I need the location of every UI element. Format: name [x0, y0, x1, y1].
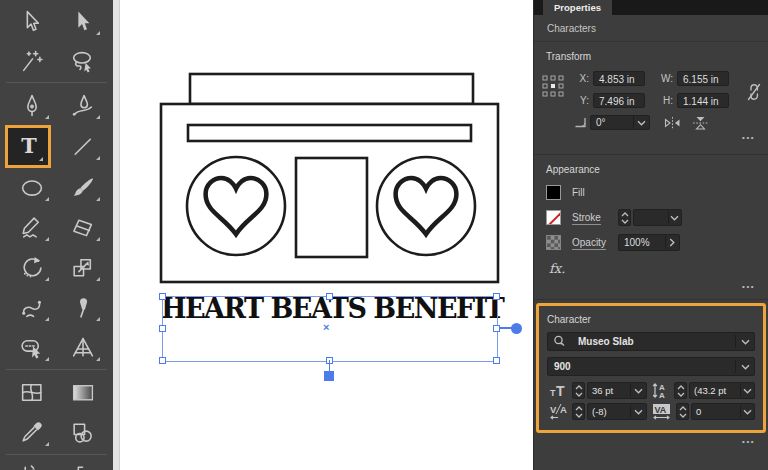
rotation-dropdown[interactable]: 0°	[590, 115, 650, 130]
direct-selection-tool[interactable]	[59, 3, 105, 39]
w-input[interactable]: 6.155 in	[677, 71, 729, 86]
chevron-down-icon[interactable]	[741, 384, 754, 397]
x-input[interactable]: 4.853 in	[593, 71, 645, 86]
magic-wand-tool[interactable]	[8, 43, 54, 79]
tracking-value[interactable]: 0	[692, 406, 740, 417]
selection-handle-mid-right[interactable]	[493, 325, 500, 332]
column-graph-tool[interactable]	[59, 457, 105, 470]
boombox-right-speaker[interactable]	[377, 157, 475, 255]
leading-stepper[interactable]	[674, 382, 687, 399]
kerning-stepper[interactable]	[572, 403, 585, 420]
fill-label: Fill	[572, 187, 618, 198]
width-tool[interactable]	[8, 289, 54, 325]
svg-text:T: T	[21, 134, 37, 158]
reference-point-icon[interactable]	[542, 75, 564, 97]
puppet-warp-tool[interactable]	[59, 289, 105, 325]
appearance-more-options[interactable]: •••	[546, 276, 756, 293]
font-family-value[interactable]: Museo Slab	[572, 336, 735, 347]
constrain-proportions-unlinked-icon[interactable]	[746, 82, 762, 102]
selection-handle-top-center[interactable]	[326, 293, 333, 300]
perspective-grid-icon	[70, 335, 95, 360]
font-size-dropdown[interactable]: 36 pt	[587, 382, 647, 399]
tracking-stepper[interactable]	[676, 403, 689, 420]
tab-properties[interactable]: Properties	[543, 0, 612, 15]
flip-vertical-button[interactable]	[693, 116, 708, 130]
boombox-handle[interactable]	[190, 74, 473, 104]
scale-tool[interactable]	[59, 249, 105, 285]
chevron-down-icon[interactable]	[631, 405, 646, 418]
chevron-down-icon[interactable]	[736, 333, 754, 350]
chevron-down-icon[interactable]	[736, 358, 754, 375]
stroke-weight-stepper[interactable]	[618, 209, 631, 226]
leading-dropdown[interactable]: (43.2 pt	[689, 382, 755, 399]
chevron-right-icon[interactable]	[666, 236, 679, 249]
font-style-dropdown[interactable]: 900	[547, 357, 755, 376]
opacity-swatch[interactable]	[546, 235, 561, 250]
svg-text:A: A	[560, 404, 567, 415]
selection-handle-bottom-right[interactable]	[493, 357, 500, 364]
stroke-weight-dropdown[interactable]	[633, 209, 682, 226]
y-input[interactable]: 7.496 in	[593, 93, 645, 108]
tracking-dropdown[interactable]: 0	[691, 403, 755, 420]
ellipse-tool[interactable]	[8, 169, 54, 205]
kerning-dropdown[interactable]: (-8)	[587, 403, 647, 420]
opacity-value[interactable]: 100%	[619, 237, 665, 248]
paintbrush-tool[interactable]	[59, 169, 105, 205]
selection-tool[interactable]	[8, 3, 54, 39]
text-selection-bounding-box[interactable]	[162, 296, 498, 362]
font-family-dropdown[interactable]: Museo Slab	[547, 332, 755, 351]
chevron-down-icon[interactable]	[741, 405, 754, 418]
appearance-section: Appearance Fill Stroke	[534, 155, 768, 299]
kerning-value[interactable]: (-8)	[588, 406, 630, 417]
shaper-pencil-icon	[19, 215, 44, 240]
symbol-sprayer-tool[interactable]	[8, 457, 54, 470]
font-style-value[interactable]: 900	[548, 361, 735, 372]
selection-handle-mid-left[interactable]	[159, 325, 166, 332]
selection-handle-bottom-left[interactable]	[159, 357, 166, 364]
chevron-down-icon[interactable]	[631, 384, 646, 397]
eraser-tool[interactable]	[59, 209, 105, 245]
mesh-tool[interactable]	[8, 374, 54, 410]
selection-handle-top-left[interactable]	[159, 293, 166, 300]
transform-more-options[interactable]: •••	[546, 130, 756, 148]
eyedropper-tool[interactable]	[8, 414, 54, 450]
boombox-artwork[interactable]	[119, 0, 533, 470]
svg-text:VA: VA	[654, 405, 666, 415]
leading-value[interactable]: (43.2 pt	[690, 385, 740, 396]
flip-horizontal-button[interactable]	[664, 117, 681, 129]
type-tool[interactable]: T	[8, 128, 48, 165]
shaper-tool[interactable]	[8, 209, 54, 245]
pen-tool[interactable]	[8, 87, 54, 123]
selection-widget-square[interactable]	[324, 371, 334, 381]
stroke-label-link[interactable]: Stroke	[572, 212, 601, 225]
selection-widget-dot[interactable]	[511, 323, 522, 334]
shape-builder-tool[interactable]	[8, 329, 54, 365]
gradient-tool[interactable]	[59, 374, 105, 410]
direct-selection-arrow-icon	[70, 9, 95, 34]
lasso-tool[interactable]	[59, 43, 105, 79]
perspective-grid-tool[interactable]	[59, 329, 105, 365]
rotate-tool[interactable]	[8, 249, 54, 285]
curvature-tool[interactable]	[59, 87, 105, 123]
chevron-down-icon[interactable]	[669, 211, 681, 224]
paintbrush-icon	[70, 175, 95, 200]
font-size-stepper[interactable]	[572, 382, 585, 399]
line-segment-tool[interactable]	[59, 128, 105, 164]
blend-tool[interactable]	[59, 414, 105, 450]
fx-effects-button[interactable]: fx.	[546, 259, 756, 276]
stroke-none-swatch[interactable]	[546, 210, 561, 225]
flip-vertical-icon	[693, 116, 708, 130]
boombox-left-speaker[interactable]	[187, 157, 285, 255]
boombox-slot[interactable]	[188, 125, 471, 141]
rotation-value[interactable]: 0°	[591, 117, 633, 128]
opacity-control[interactable]: 100%	[618, 234, 680, 251]
fill-swatch[interactable]	[546, 185, 561, 200]
selection-handle-top-right[interactable]	[493, 293, 500, 300]
font-search-icon[interactable]	[548, 335, 572, 348]
chevron-down-icon[interactable]	[634, 116, 649, 129]
boombox-tape-deck[interactable]	[296, 158, 367, 257]
character-more-options[interactable]: •••	[534, 433, 768, 446]
font-size-value[interactable]: 36 pt	[588, 385, 630, 396]
opacity-label-link[interactable]: Opacity	[572, 237, 606, 250]
h-input[interactable]: 1.144 in	[677, 93, 729, 108]
